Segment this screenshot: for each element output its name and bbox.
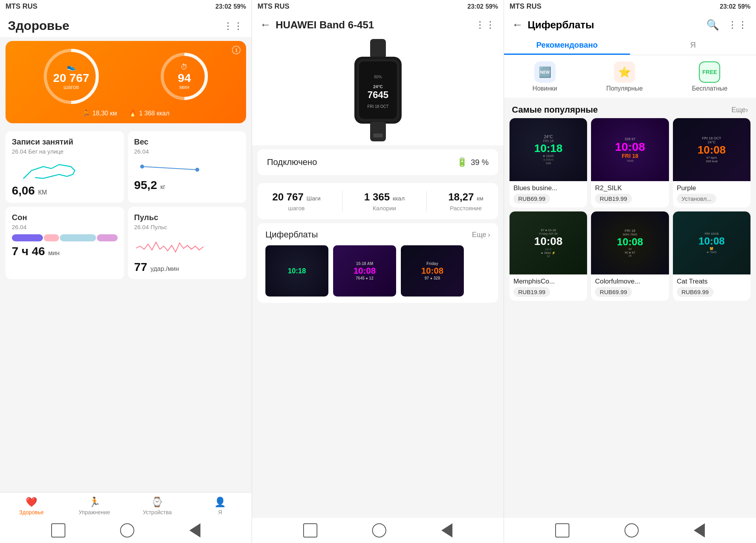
wf-store-title: Циферблаты — [528, 19, 702, 31]
tab-me[interactable]: Я — [630, 35, 756, 55]
nav-devices[interactable]: ⌚ Устройства — [126, 497, 189, 515]
cat-popular[interactable]: ⭐ Популярные — [606, 61, 643, 92]
wf-img-purple: FRI 18 OCT 24°C 10:08 97 bpm 328 kcal — [673, 118, 750, 181]
circle-btn-1[interactable] — [120, 523, 134, 537]
back-arrow-2[interactable]: ← — [260, 19, 271, 31]
time-1: 23:02 — [215, 3, 232, 10]
wf-name-purple: Purple — [673, 181, 750, 194]
svg-rect-11 — [370, 122, 386, 141]
wf-name-cattreats: Cat Treats — [673, 274, 750, 287]
device-panel: MTS RUS 23:02 59% ← HUAWEI Band 6-451 ⋮⋮… — [252, 0, 504, 543]
watchfaces-title: Циферблаты — [265, 230, 318, 240]
watchface-thumbs: 10:18 10-18 AM 10:08 7645 ● 12 Friday 10… — [265, 245, 490, 297]
square-btn-3[interactable] — [555, 523, 569, 537]
minutes-label: мин — [180, 84, 189, 90]
carrier-1: MTS RUS — [6, 2, 37, 11]
time-3: 23:02 — [720, 3, 736, 10]
nav-devices-label: Устройства — [143, 509, 172, 515]
steps-stat-label: шагов — [288, 205, 305, 211]
wf-img-memphis: 97 ● 10-18 Friday AM 36 10:08 24°C ● 765… — [510, 211, 587, 274]
back-btn-1[interactable] — [189, 523, 200, 537]
wf-price-colorful: RUB69.99 — [595, 287, 632, 297]
device-menu[interactable]: ⋮⋮ — [475, 19, 496, 30]
calories-stat-unit: ккал — [393, 195, 405, 202]
connected-label: Подключено — [267, 157, 317, 167]
wf-price-r2silk: RUB19.99 — [595, 194, 632, 204]
back-arrow-3[interactable]: ← — [512, 19, 523, 31]
health-grid: Записи занятий 26.04 Бег на улице 6,06 К… — [0, 127, 252, 283]
svg-text:FRI 18 OCT: FRI 18 OCT — [367, 104, 389, 109]
wf-item-r2silk[interactable]: 328 97 10:08 FRI 18 7645 R2_SILK RUB19.9… — [591, 118, 669, 208]
wf-item-cattreats[interactable]: FRI 10/18 10:08 🐱 ● 7645 Cat Treats RUB6… — [673, 211, 750, 301]
square-btn-2[interactable] — [303, 523, 317, 537]
phone-nav-3 — [504, 518, 756, 543]
popular-more[interactable]: Еще › — [731, 106, 748, 114]
nav-health-label: Здоровье — [19, 509, 44, 515]
pulse-unit: удар./мин — [150, 265, 179, 272]
weight-title: Вес — [134, 137, 240, 146]
connection-card: Подключено 🔋 39 % — [258, 149, 498, 175]
pulse-date: 26.04 Пульс — [134, 224, 240, 230]
nav-me[interactable]: 👤 Я — [189, 497, 252, 515]
pulse-card[interactable]: Пульс 26.04 Пульс 77 удар./мин — [128, 207, 246, 279]
cat-new[interactable]: 🆕 Новинки — [532, 61, 557, 92]
distance-stat-label: Расстояние — [450, 205, 482, 211]
free-icon: FREE — [699, 61, 720, 83]
nav-health[interactable]: ❤️ Здоровье — [0, 497, 63, 515]
watchfaces-panel: MTS RUS 23:02 59% ← Циферблаты 🔍 ⋮⋮ Реко… — [504, 0, 756, 543]
wf-img-cattreats: FRI 10/18 10:08 🐱 ● 7645 — [673, 211, 750, 274]
health-menu-button[interactable]: ⋮⋮ — [223, 20, 244, 32]
workout-title: Записи занятий — [12, 137, 118, 146]
steps-circle: 👟 20 767 шагов — [44, 49, 99, 104]
bottom-nav-1: ❤️ Здоровье 🏃 Упражнение ⌚ Устройства 👤 … — [0, 492, 252, 518]
nav-exercise[interactable]: 🏃 Упражнение — [63, 497, 126, 515]
wf-item-colorful[interactable]: FRI 18 80% 7645 10:08 36 50 ● 97 26 Colo… — [591, 211, 669, 301]
workout-card[interactable]: Записи занятий 26.04 Бег на улице 6,06 К… — [6, 131, 124, 203]
steps-stat-col: 20 767 Шаги шагов — [272, 191, 321, 211]
wf-item-memphis[interactable]: 97 ● 10-18 Friday AM 36 10:08 24°C ● 765… — [510, 211, 587, 301]
wf-menu[interactable]: ⋮⋮ — [728, 19, 748, 30]
circle-btn-3[interactable] — [624, 523, 639, 537]
sleep-card[interactable]: Сон 26.04 7 ч 46 мин — [6, 207, 124, 279]
info-icon[interactable]: ℹ — [232, 46, 241, 54]
svg-text:7645: 7645 — [367, 89, 388, 100]
wf-item-blues[interactable]: 24°C FRI 18 10:18 ● 1645 3.66km 328 Blue… — [510, 118, 587, 208]
flame-icon: 🔥 — [129, 109, 137, 117]
cat-free[interactable]: FREE Бесплатные — [692, 61, 728, 92]
steps-stat-val: 20 767 Шаги — [272, 191, 321, 203]
wf-price-cattreats: RUB69.99 — [677, 287, 713, 297]
watch-image: 80% 24°C 7645 FRI 18 OCT — [343, 39, 413, 141]
battery-3: 59% — [738, 3, 750, 10]
tab-recommended[interactable]: Рекомендовано — [504, 35, 630, 55]
back-btn-3[interactable] — [694, 523, 705, 537]
wf-price-purple: Установл... — [677, 194, 717, 204]
distance-icon: 🏃 — [82, 109, 90, 117]
svg-rect-12 — [373, 133, 383, 137]
carrier-3: MTS RUS — [510, 2, 541, 11]
steps-value: 20 767 — [53, 72, 89, 84]
minutes-value: 94 — [178, 72, 191, 84]
wf-thumb-2[interactable]: 10-18 AM 10:08 7645 ● 12 — [333, 245, 396, 297]
workout-date: 26.04 Бег на улице — [12, 148, 118, 155]
wf-thumb-3[interactable]: Friday 10:08 97 ● 328 — [401, 245, 464, 297]
minutes-circle: ⏱ 94 мин — [161, 53, 208, 100]
back-btn-2[interactable] — [441, 523, 452, 537]
watchfaces-more[interactable]: Еще › — [472, 231, 490, 239]
wf-item-purple[interactable]: FRI 18 OCT 24°C 10:08 97 bpm 328 kcal Pu… — [673, 118, 750, 208]
popular-section-header: Самые популярные Еще › — [504, 101, 756, 118]
sleep-unit: мин — [48, 250, 59, 256]
square-btn-1[interactable] — [51, 523, 65, 537]
device-header: ← HUAWEI Band 6-451 ⋮⋮ — [252, 13, 504, 35]
wf-img-r2silk: 328 97 10:08 FRI 18 7645 — [591, 118, 669, 181]
person-icon: 👤 — [214, 497, 226, 508]
circle-btn-2[interactable] — [372, 523, 386, 537]
watch-icon: ⌚ — [151, 497, 163, 508]
wf-thumb-1[interactable]: 10:18 — [265, 245, 328, 297]
calories-value: 1 368 ккал — [139, 110, 169, 117]
svg-line-1 — [142, 167, 197, 170]
weight-unit: кг — [160, 183, 165, 190]
search-icon[interactable]: 🔍 — [706, 19, 719, 31]
weight-card[interactable]: Вес 26.04 95,2 кг — [128, 131, 246, 203]
battery-info: 🔋 39 % — [457, 157, 489, 167]
watchfaces-header: Циферблаты Еще › — [265, 230, 490, 240]
